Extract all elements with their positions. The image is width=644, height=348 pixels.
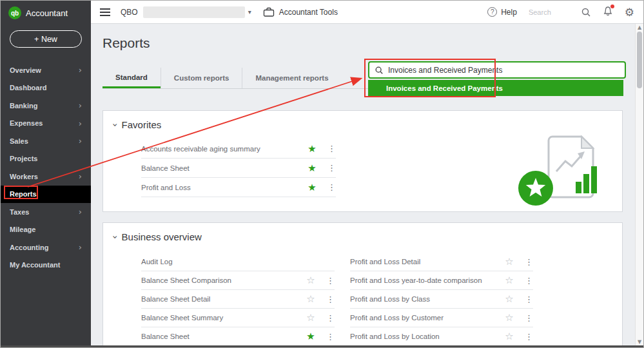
help-icon: ?: [487, 7, 497, 17]
favorite-star-icon[interactable]: ☆: [503, 331, 516, 342]
sidebar-item-expenses[interactable]: Expenses ›: [1, 115, 91, 133]
favorites-section-header[interactable]: › Favorites: [103, 111, 622, 130]
sidebar-item-mileage[interactable]: Mileage: [1, 221, 91, 239]
report-row[interactable]: Balance Sheet Summary ☆ ⋮: [141, 309, 335, 327]
app-logo: qb Accountant: [1, 1, 91, 25]
kebab-menu-icon[interactable]: ⋮: [525, 313, 533, 323]
tab-management-reports[interactable]: Management reports: [242, 68, 341, 88]
favorite-star-icon[interactable]: ☆: [503, 293, 516, 305]
report-row[interactable]: Audit Log: [141, 253, 335, 271]
find-report-search-value: Invoices and Received Payments: [388, 66, 502, 75]
favorite-star-icon[interactable]: ★: [304, 331, 317, 342]
kebab-menu-icon[interactable]: ⋮: [525, 257, 533, 267]
kebab-menu-icon[interactable]: ⋮: [326, 332, 335, 342]
favorites-card: › Favorites Accounts receivable aging su…: [102, 110, 623, 212]
favorite-star-icon[interactable]: ☆: [503, 312, 516, 324]
chevron-right-icon: ›: [79, 101, 82, 110]
report-row[interactable]: Profit and Loss ★ ⋮: [141, 178, 336, 197]
top-bar: QBO ▾ Accountant Tools ? Help Search: [91, 1, 643, 24]
business-overview-lists: Audit Log Balance Sheet Comparison ☆ ⋮ B…: [141, 253, 533, 346]
sidebar-item-accounting[interactable]: Accounting ›: [1, 238, 91, 256]
kebab-menu-icon[interactable]: ⋮: [326, 276, 335, 285]
sidebar-nav: Overview › Dashboard Banking › Expenses …: [1, 61, 91, 274]
chevron-right-icon: ›: [79, 242, 82, 252]
sidebar-item-projects[interactable]: Projects: [1, 150, 91, 168]
scroll-up-icon[interactable]: ▲: [636, 24, 643, 30]
caret-down-icon[interactable]: ▾: [248, 8, 251, 15]
sidebar: qb Accountant + New Overview › Dashboard…: [1, 1, 91, 347]
kebab-menu-icon[interactable]: ⋮: [326, 295, 335, 304]
business-overview-title: Business overview: [122, 231, 202, 242]
sidebar-item-overview[interactable]: Overview ›: [1, 61, 91, 79]
chevron-right-icon: ›: [79, 171, 82, 181]
favorite-star-icon[interactable]: ★: [306, 182, 318, 193]
favorite-star-icon[interactable]: ☆: [503, 275, 516, 286]
accountant-tools-button[interactable]: Accountant Tools: [263, 7, 338, 17]
reports-illustration: [514, 131, 610, 208]
chevron-right-icon: ›: [79, 136, 82, 146]
notification-badge: [610, 5, 614, 8]
kebab-menu-icon[interactable]: ⋮: [327, 182, 336, 192]
favorite-star-icon[interactable]: ☆: [304, 275, 317, 286]
kebab-menu-icon[interactable]: ⋮: [525, 332, 533, 342]
favorite-star-icon[interactable]: ☆: [503, 256, 516, 267]
chevron-down-icon: ›: [110, 235, 121, 239]
report-row[interactable]: Accounts receivable aging summary ★ ⋮: [141, 139, 336, 159]
scroll-down-icon[interactable]: ▼: [636, 339, 643, 345]
scrollbar-thumb[interactable]: [637, 32, 642, 88]
favorite-star-icon[interactable]: ☆: [304, 312, 317, 324]
app-window: qb Accountant + New Overview › Dashboard…: [0, 0, 644, 348]
gear-icon[interactable]: ⚙: [625, 6, 634, 19]
favorite-star-icon[interactable]: ★: [306, 162, 318, 174]
sidebar-item-dashboard[interactable]: Dashboard: [1, 79, 91, 97]
sidebar-item-my-accountant[interactable]: My Accountant: [1, 256, 91, 275]
sidebar-item-reports[interactable]: Reports: [1, 186, 91, 204]
favorite-star-icon[interactable]: ★: [306, 143, 318, 155]
kebab-menu-icon[interactable]: ⋮: [326, 313, 335, 323]
report-row[interactable]: Balance Sheet Comparison ☆ ⋮: [141, 271, 335, 290]
app-logo-label: Accountant: [26, 8, 68, 18]
report-row[interactable]: Profit and Loss by Customer ☆ ⋮: [350, 309, 533, 327]
favorite-star-icon[interactable]: ☆: [304, 293, 317, 305]
business-overview-card: › Business overview Audit Log Balance Sh…: [102, 222, 623, 347]
sidebar-item-sales[interactable]: Sales ›: [1, 132, 91, 150]
chevron-right-icon: ›: [79, 65, 82, 75]
favorites-title: Favorites: [122, 119, 162, 130]
report-row[interactable]: Profit and Loss year-to-date comparison …: [350, 271, 533, 290]
help-button[interactable]: ? Help: [487, 7, 517, 17]
window-frame-bottom: [1, 345, 643, 347]
company-name-redacted[interactable]: [143, 6, 245, 18]
chevron-right-icon: ›: [79, 207, 82, 217]
new-button[interactable]: + New: [10, 30, 82, 48]
search-icon[interactable]: [581, 7, 591, 17]
business-overview-section-header[interactable]: › Business overview: [103, 223, 622, 242]
report-row[interactable]: Balance Sheet ★ ⋮: [141, 327, 335, 346]
help-label: Help: [501, 8, 517, 17]
favorites-list: Accounts receivable aging summary ★ ⋮ Ba…: [141, 139, 336, 197]
kebab-menu-icon[interactable]: ⋮: [327, 144, 336, 153]
report-row[interactable]: Balance Sheet Detail ☆ ⋮: [141, 290, 335, 309]
kebab-menu-icon[interactable]: ⋮: [525, 276, 533, 285]
report-row[interactable]: Balance Sheet ★ ⋮: [141, 159, 336, 178]
chevron-down-icon: ›: [110, 123, 121, 127]
qbo-label: QBO: [121, 8, 138, 17]
chevron-right-icon: ›: [79, 119, 82, 128]
search-suggestion[interactable]: Invoices and Received Payments: [368, 80, 623, 96]
report-row[interactable]: Profit and Loss Detail ☆ ⋮: [350, 253, 533, 271]
sidebar-item-taxes[interactable]: Taxes ›: [1, 203, 91, 221]
find-report-search-input[interactable]: Invoices and Received Payments: [368, 61, 626, 79]
hamburger-menu-icon[interactable]: [100, 8, 110, 16]
vertical-scrollbar[interactable]: ▲ ▼: [635, 24, 643, 345]
kebab-menu-icon[interactable]: ⋮: [525, 295, 533, 304]
report-row[interactable]: Profit and Loss by Location ☆ ⋮: [350, 327, 533, 346]
sidebar-item-workers[interactable]: Workers ›: [1, 168, 91, 186]
tab-custom-reports[interactable]: Custom reports: [161, 68, 242, 88]
qb-logo-icon: qb: [8, 6, 21, 19]
report-row[interactable]: Profit and Loss by Class ☆ ⋮: [350, 290, 533, 309]
notifications-button[interactable]: [603, 6, 613, 19]
kebab-menu-icon[interactable]: ⋮: [327, 163, 336, 173]
tab-standard[interactable]: Standard: [102, 68, 161, 88]
search-icon: [375, 66, 384, 75]
sidebar-item-banking[interactable]: Banking ›: [1, 97, 91, 115]
global-search-placeholder[interactable]: Search: [529, 8, 551, 16]
